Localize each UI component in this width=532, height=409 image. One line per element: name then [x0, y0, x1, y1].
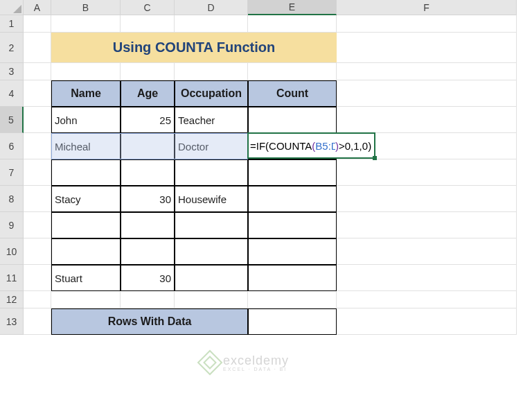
table-cell[interactable]: Teacher [175, 107, 248, 133]
col-header-A[interactable]: A [24, 0, 51, 15]
table-cell[interactable]: Stuart [51, 265, 121, 291]
cell[interactable] [337, 265, 517, 291]
table-cell[interactable] [248, 212, 337, 238]
row-header-6[interactable]: 6 [0, 133, 24, 159]
row-header-2[interactable]: 2 [0, 33, 24, 63]
cell[interactable] [24, 15, 51, 33]
cell[interactable] [337, 107, 517, 133]
cell[interactable] [24, 159, 51, 186]
row-header-12[interactable]: 12 [0, 291, 24, 308]
cell[interactable] [24, 133, 51, 159]
table-cell[interactable] [175, 212, 248, 238]
table-cell[interactable] [121, 159, 175, 186]
table-cell[interactable] [51, 159, 121, 186]
cell[interactable] [337, 238, 517, 265]
row-header-8[interactable]: 8 [0, 186, 24, 212]
table-cell[interactable] [175, 238, 248, 265]
row-header-3[interactable]: 3 [0, 63, 24, 80]
cell[interactable] [24, 212, 51, 238]
cell[interactable] [175, 15, 248, 33]
col-header-F[interactable]: F [337, 0, 517, 15]
cell[interactable] [121, 291, 175, 308]
select-all-corner[interactable] [0, 0, 24, 15]
cell[interactable] [121, 63, 175, 80]
spreadsheet-grid: A B C D E F 1 2 3 4 5 6 7 8 9 10 11 12 1… [0, 0, 532, 335]
row-header-9[interactable]: 9 [0, 212, 24, 238]
row-header-5[interactable]: 5 [0, 107, 24, 133]
cell[interactable] [24, 265, 51, 291]
cell[interactable] [337, 63, 517, 80]
row-header-1[interactable]: 1 [0, 15, 24, 33]
cell[interactable] [337, 159, 517, 186]
header-occupation[interactable]: Occupation [175, 80, 248, 107]
table-cell[interactable] [121, 238, 175, 265]
table-cell[interactable] [248, 265, 337, 291]
watermark: exceldemy EXCEL · DATA · BI [201, 354, 289, 372]
table-cell[interactable]: 30 [121, 186, 175, 212]
summary-label: Rows With Data [51, 308, 248, 335]
cell[interactable] [337, 133, 517, 159]
col-header-B[interactable]: B [51, 0, 121, 15]
cell[interactable] [24, 238, 51, 265]
cell[interactable] [175, 291, 248, 308]
row-header-13[interactable]: 13 [0, 308, 24, 335]
cell[interactable] [51, 63, 121, 80]
cell[interactable] [24, 33, 51, 63]
table-cell[interactable]: 25 [121, 107, 175, 133]
row-header-4[interactable]: 4 [0, 80, 24, 107]
table-cell[interactable]: 30 [121, 265, 175, 291]
cell[interactable] [337, 291, 517, 308]
cell[interactable] [337, 33, 517, 63]
col-header-C[interactable]: C [121, 0, 175, 15]
cell[interactable] [248, 63, 337, 80]
cell[interactable] [337, 80, 517, 107]
row-header-10[interactable]: 10 [0, 238, 24, 265]
header-age[interactable]: Age [121, 80, 175, 107]
row-header-7[interactable]: 7 [0, 159, 24, 186]
table-cell[interactable] [248, 159, 337, 186]
col-header-D[interactable]: D [175, 0, 248, 15]
table-cell[interactable] [248, 107, 337, 133]
cell[interactable] [175, 63, 248, 80]
cell[interactable] [24, 107, 51, 133]
table-cell[interactable] [121, 133, 175, 159]
watermark-tagline: EXCEL · DATA · BI [223, 367, 289, 372]
cell[interactable] [51, 291, 121, 308]
table-cell[interactable] [51, 238, 121, 265]
table-cell[interactable]: Housewife [175, 186, 248, 212]
page-title: Using COUNTA Function [51, 33, 337, 63]
cell[interactable] [248, 15, 337, 33]
col-header-E[interactable]: E [248, 0, 337, 15]
table-cell[interactable] [248, 133, 337, 159]
table-cell[interactable] [175, 265, 248, 291]
cell[interactable] [337, 186, 517, 212]
cell[interactable] [337, 308, 517, 335]
watermark-brand: exceldemy [223, 354, 289, 367]
watermark-logo-icon [197, 350, 223, 376]
header-count[interactable]: Count [248, 80, 337, 107]
table-cell[interactable]: John [51, 107, 121, 133]
cell[interactable] [24, 308, 51, 335]
cell[interactable] [337, 15, 517, 33]
header-name[interactable]: Name [51, 80, 121, 107]
table-cell[interactable] [248, 238, 337, 265]
cell[interactable] [51, 15, 121, 33]
table-cell[interactable] [175, 159, 248, 186]
table-cell[interactable] [121, 212, 175, 238]
table-cell[interactable] [248, 186, 337, 212]
cell[interactable] [24, 63, 51, 80]
cell[interactable] [24, 291, 51, 308]
cell[interactable] [337, 212, 517, 238]
cell[interactable] [121, 15, 175, 33]
row-header-11[interactable]: 11 [0, 265, 24, 291]
cell[interactable] [248, 291, 337, 308]
table-cell[interactable]: Doctor [175, 133, 248, 159]
table-cell[interactable]: Micheal [51, 133, 121, 159]
table-cell[interactable] [51, 212, 121, 238]
cell[interactable] [24, 186, 51, 212]
summary-value[interactable] [248, 308, 337, 335]
cell[interactable] [24, 80, 51, 107]
table-cell[interactable]: Stacy [51, 186, 121, 212]
